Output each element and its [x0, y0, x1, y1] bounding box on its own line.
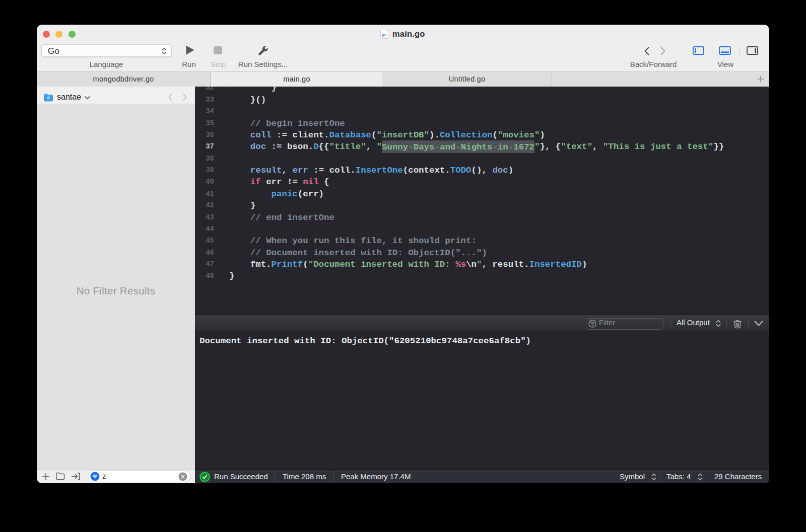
svg-text:go: go [382, 32, 387, 37]
